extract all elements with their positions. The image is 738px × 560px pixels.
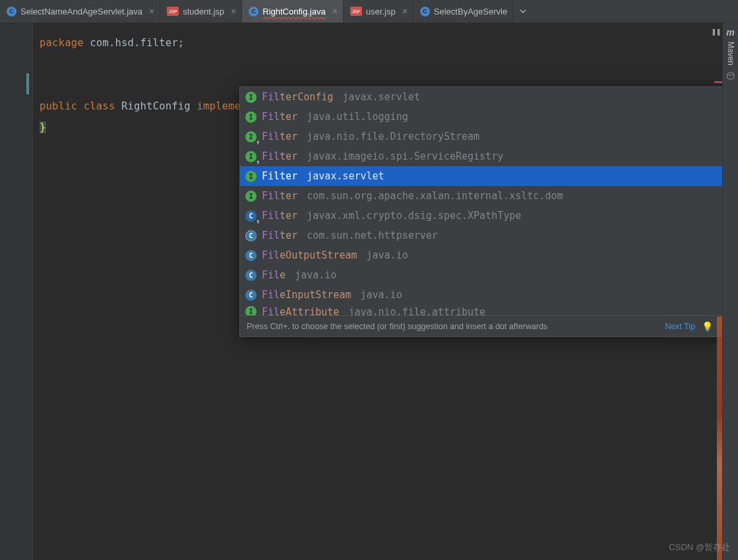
tab-label: user.jsp [366,7,396,16]
interface-icon: I [245,111,257,123]
chevron-down-icon [519,7,527,15]
suggestion-name: Filter [262,230,297,241]
bulb-icon[interactable]: 💡 [702,321,713,332]
keyword-class: class [84,100,115,112]
close-icon[interactable]: × [402,6,408,16]
close-icon[interactable]: × [149,6,154,16]
tab-select-by-age-servlet[interactable]: C SelectByAgeServle [414,0,513,22]
autocomplete-footer: Press Ctrl+. to choose the selected (or … [240,315,722,336]
caret-line-indicator [26,73,29,94]
suggestion-name: Filter [262,190,297,202]
tab-label: RightConfig.java [262,7,325,16]
editor-area[interactable]: ❚❚ package com.hsd.filter; public class … [0,23,722,560]
suggestion-package: java.io [360,289,402,301]
close-icon[interactable]: × [231,6,236,16]
class-icon: C [245,250,257,261]
interface-icon: I [245,151,257,162]
interface-icon: I [245,191,257,202]
jsp-icon: JSP [350,7,362,16]
tab-student-jsp[interactable]: JSP student.jsp × [160,0,242,22]
suggestion-package: javax.imageio.spi.ServiceRegistry [307,150,503,162]
suggestion-package: com.sun.net.httpserver [307,230,438,241]
autocomplete-list[interactable]: IFilterConfigjavax.servletIFilterjava.ut… [240,87,722,315]
keyword-package: package [40,37,84,49]
suggestion-name: FilterConfig [262,91,333,103]
autocomplete-item[interactable]: CFilejava.io [240,265,722,285]
jsp-icon: JSP [167,7,179,16]
suggestion-name: Filter [262,150,297,162]
autocomplete-item[interactable]: CFiltercom.sun.net.httpserver [240,226,722,245]
decorative-sliver [717,317,722,560]
tab-label: SelectNameAndAgeServlet.java [20,7,142,16]
suggestion-package: java.io [367,249,408,261]
tab-user-jsp[interactable]: JSP user.jsp × [344,0,414,22]
gutter [0,23,33,560]
suggestion-name: Filter [262,111,297,123]
suggestion-name: Filter [262,131,297,142]
tab-select-name-age-servlet[interactable]: C SelectNameAndAgeServlet.java × [0,0,160,22]
autocomplete-popup: IFilterConfigjavax.servletIFilterjava.ut… [239,86,722,337]
semicolon: ; [178,37,185,49]
suggestion-name: Filter [262,170,297,182]
suggestion-package: java.nio.file.attribute [348,306,485,315]
interface-icon: I [245,171,257,182]
close-icon[interactable]: × [332,6,338,16]
class-icon: C [245,290,257,301]
tab-overflow-button[interactable] [513,0,533,22]
autocomplete-item[interactable]: IFileAttributejava.nio.file.attribute [240,305,722,315]
suggestion-package: javax.servlet [342,91,419,103]
autocomplete-item[interactable]: CFileOutputStreamjava.io [240,245,722,265]
next-tip-link[interactable]: Next Tip [665,322,695,331]
maven-tool-label[interactable]: Maven [726,42,735,65]
suggestion-name: FileOutputStream [262,249,357,261]
identifier-class-name: RightConfig [121,100,191,112]
suggestion-package: java.nio.file.DirectoryStream [307,131,479,142]
class-icon: C [249,7,259,16]
autocomplete-item[interactable]: IFilterjavax.servlet [240,166,722,186]
suggestion-name: File [262,269,286,281]
autocomplete-item[interactable]: CFilterjavax.xml.crypto.dsig.spec.XPathT… [240,206,722,226]
suggestion-name: Filter [262,210,297,222]
class-icon: C [245,210,257,222]
footer-hint-text: Press Ctrl+. to choose the selected (or … [247,322,658,331]
suggestion-package: com.sun.org.apache.xalan.internal.xsltc.… [307,190,563,202]
tab-bar: C SelectNameAndAgeServlet.java × JSP stu… [0,0,738,23]
keyword-public: public [40,100,77,112]
autocomplete-item[interactable]: IFiltercom.sun.org.apache.xalan.internal… [240,186,722,206]
suggestion-package: java.util.logging [307,111,408,123]
class-icon: C [420,7,430,16]
autocomplete-item[interactable]: IFilterjava.nio.file.DirectoryStream [240,127,722,146]
package-name: com.hsd.filter [90,37,177,49]
autocomplete-item[interactable]: IFilterjavax.imageio.spi.ServiceRegistry [240,146,722,166]
class-icon: C [245,270,257,281]
database-icon[interactable] [726,72,735,83]
autocomplete-item[interactable]: IFilterConfigjavax.servlet [240,87,722,107]
interface-icon: I [245,131,257,142]
suggestion-package: javax.xml.crypto.dsig.spec.XPathType [307,210,521,222]
tab-label: SelectByAgeServle [434,7,507,16]
right-tool-strip: m Maven [722,23,738,560]
interface-icon: I [245,92,257,103]
class-icon: C [7,7,16,16]
suggestion-name: FileAttribute [262,306,339,315]
suggestion-name: FileInputStream [262,289,351,301]
maven-icon[interactable]: m [726,27,734,38]
autocomplete-item[interactable]: CFileInputStreamjava.io [240,285,722,305]
autocomplete-item[interactable]: IFilterjava.util.logging [240,107,722,127]
watermark-text: CSDN @暂存处 [669,542,730,553]
class-icon: C [245,230,257,241]
close-brace: } [40,121,46,133]
tab-label: student.jsp [183,7,224,16]
svg-point-0 [727,73,734,75]
error-stripe-marker[interactable] [714,81,722,83]
suggestion-package: java.io [295,269,336,281]
interface-icon: I [245,306,257,315]
tab-right-config[interactable]: C RightConfig.java × [242,0,344,22]
suggestion-package: javax.servlet [307,170,384,182]
